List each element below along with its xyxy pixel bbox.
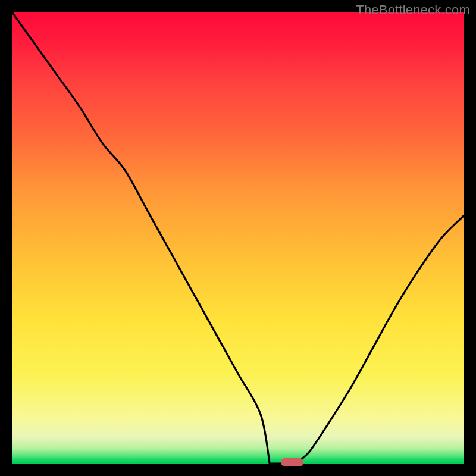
optimal-marker [281, 458, 303, 466]
bottleneck-curve [12, 12, 464, 464]
curve-path [12, 12, 464, 464]
chart-frame: TheBottleneck.com [0, 0, 476, 476]
watermark-text: TheBottleneck.com [356, 2, 470, 18]
